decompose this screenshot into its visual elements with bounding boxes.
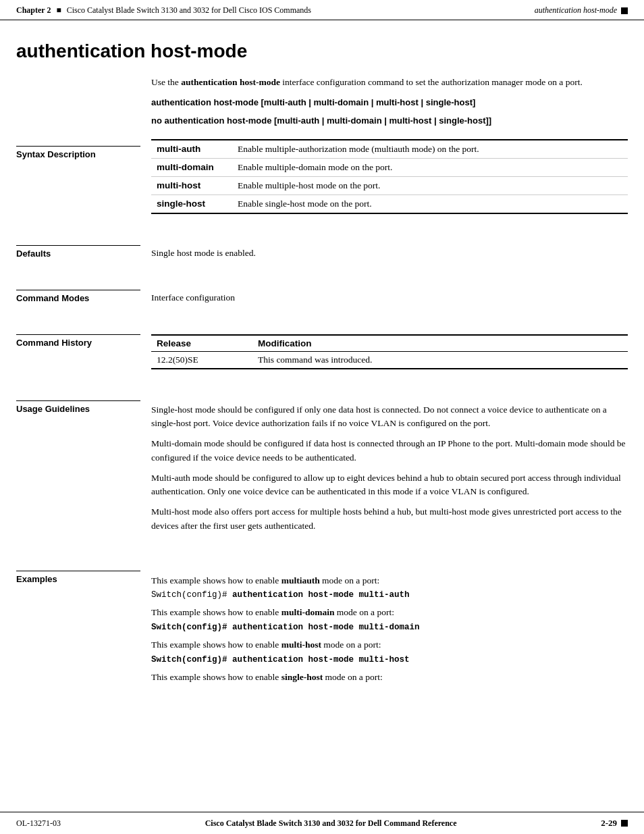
usage-guidelines-label: Usage Guidelines [16,404,90,414]
defaults-label-col: Defaults [16,245,151,265]
command-modes-text: Interface configuration [151,292,235,303]
history-col1-header: Release [151,335,252,352]
syntax-line-2: no authentication host-mode [multi-auth … [151,114,628,128]
syntax-description: Enable single-host mode on the port. [232,194,628,213]
syntax-table-row: single-hostEnable single-host mode on th… [151,194,628,213]
syntax-table-row: multi-authEnable multiple-authorization … [151,140,628,159]
footer-right: 2-29 [601,818,628,829]
intro-text-bold: authentication host-mode [181,77,280,87]
command-modes-label: Command Modes [16,293,89,303]
page-content: authentication host-mode Use the authent… [0,20,644,721]
usage-para-1: Multi-domain mode should be configured i… [151,437,628,465]
defaults-text: Single host mode is enabled. [151,248,256,258]
command-modes-divider [16,290,140,290]
examples-label-col: Examples [16,571,151,694]
example-code-1: Switch(config)# authentication host-mode… [151,623,628,632]
syntax-keyword: multi-domain [151,158,232,176]
page-title: authentication host-mode [16,41,628,62]
history-table-row: 12.2(50)SEThis command was introduced. [151,351,628,369]
command-modes-content: Interface configuration [151,290,628,310]
page-header: Chapter 2 ■ Cisco Catalyst Blade Switch … [0,0,644,20]
header-square-icon [621,7,628,14]
history-table: Release Modification 12.2(50)SEThis comm… [151,334,628,369]
usage-para-0: Single-host mode should be configured if… [151,403,628,431]
examples-section: Examples This example shows how to enabl… [16,560,628,694]
intro-text-suffix: interface configuration command to set t… [280,77,583,87]
footer-page-number: 2-29 [601,818,617,829]
syntax-table-row: multi-hostEnable multiple-host mode on t… [151,176,628,194]
example-code-2: Switch(config)# authentication host-mode… [151,655,628,664]
intro-text-prefix: Use the [151,77,181,87]
page-footer: OL-13271-03 Cisco Catalyst Blade Switch … [0,812,644,834]
header-title: Cisco Catalyst Blade Switch 3130 and 303… [67,5,311,16]
syntax-content-col: multi-authEnable multiple-authorization … [151,139,628,221]
command-modes-label-col: Command Modes [16,290,151,310]
defaults-content: Single host mode is enabled. [151,245,628,265]
syntax-divider [16,146,140,147]
usage-guidelines-divider [16,400,140,401]
usage-guidelines-label-col: Usage Guidelines [16,400,151,546]
header-left: Chapter 2 ■ Cisco Catalyst Blade Switch … [16,5,311,16]
history-modification: This command was introduced. [252,351,628,369]
syntax-label-col: Syntax Description [16,139,151,221]
footer-center: Cisco Catalyst Blade Switch 3130 and 303… [61,818,601,829]
command-history-section: Command History Release Modification 12.… [16,323,628,376]
defaults-section: Defaults Single host mode is enabled. [16,234,628,265]
example-text-2: This example shows how to enable multi-h… [151,637,628,652]
history-col2-header: Modification [252,335,628,352]
intro-section: Use the authentication host-mode interfa… [151,76,628,128]
example-text-1: This example shows how to enable multi-d… [151,605,628,620]
usage-guidelines-content: Single-host mode should be configured if… [151,400,628,546]
command-history-content: Release Modification 12.2(50)SEThis comm… [151,334,628,376]
usage-guidelines-section: Usage Guidelines Single-host mode should… [16,390,628,546]
history-release: 12.2(50)SE [151,351,252,369]
examples-label: Examples [16,574,57,584]
examples-divider [16,571,140,571]
footer-left: OL-13271-03 [16,818,61,829]
defaults-divider [16,245,140,246]
syntax-description-section: Syntax Description multi-authEnable mult… [16,139,628,221]
command-modes-section: Command Modes Interface configuration [16,279,628,310]
syntax-description: Enable multiple-host mode on the port. [232,176,628,194]
defaults-label: Defaults [16,249,51,259]
footer-square-icon [621,820,628,827]
syntax-table: multi-authEnable multiple-authorization … [151,139,628,214]
syntax-keyword: multi-auth [151,140,232,159]
examples-content: This example shows how to enable multiau… [151,571,628,694]
header-right: authentication host-mode [535,5,628,16]
usage-para-2: Multi-auth mode should be configured to … [151,471,628,499]
header-chapter: Chapter 2 [16,5,51,16]
syntax-keyword: single-host [151,194,232,213]
syntax-label: Syntax Description [16,149,96,159]
syntax-line-1: authentication host-mode [multi-auth | m… [151,96,628,110]
command-history-label-col: Command History [16,334,151,376]
syntax-description: Enable multiple-domain mode on the port. [232,158,628,176]
example-text-3: This example shows how to enable single-… [151,670,628,685]
syntax-description: Enable multiple-authorization mode (mult… [232,140,628,159]
usage-para-3: Multi-host mode also offers port access … [151,505,628,533]
example-code-0: Switch(config)# authentication host-mode… [151,590,628,600]
example-text-0: This example shows how to enable multiau… [151,573,628,588]
syntax-keyword: multi-host [151,176,232,194]
header-separator: ■ [56,5,61,16]
command-history-label: Command History [16,338,92,348]
intro-text: Use the authentication host-mode interfa… [151,76,628,89]
header-right-text: authentication host-mode [535,5,617,16]
command-history-divider [16,334,140,335]
syntax-table-row: multi-domainEnable multiple-domain mode … [151,158,628,176]
